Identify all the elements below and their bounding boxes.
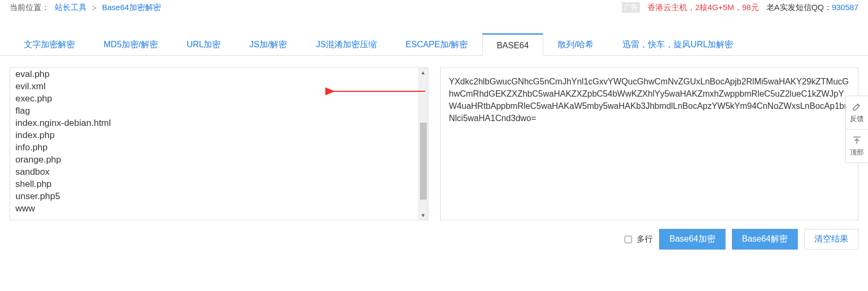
- clear-button[interactable]: 清空结果: [804, 229, 858, 250]
- tab-bar: 文字加密解密MD5加密/解密URL加密JS加/解密JS混淆加密压缩ESCAPE加…: [0, 32, 868, 56]
- tab-6[interactable]: BASE64: [482, 33, 543, 56]
- encode-button[interactable]: Base64加密: [659, 229, 725, 250]
- edit-icon: [852, 101, 862, 112]
- back-to-top-button[interactable]: 顶部: [846, 129, 868, 162]
- feedback-label: 反馈: [850, 114, 864, 124]
- ad-link[interactable]: 香港云主机，2核4G+5M，98元: [647, 3, 759, 13]
- tab-8[interactable]: 迅雷，快车，旋风URL加解密: [608, 32, 747, 56]
- breadcrumb-sep: >: [92, 3, 97, 12]
- scroll-up-button[interactable]: ▲: [419, 68, 428, 77]
- panes: eval.php evil.xml exec.php flag index.ng…: [0, 56, 868, 226]
- multiline-checkbox-label[interactable]: 多行: [622, 234, 653, 245]
- decode-button[interactable]: Base64解密: [732, 229, 798, 250]
- sms-label: 老A实发短信QQ：: [766, 3, 832, 12]
- breadcrumb: 当前位置： 站长工具 > Base64加密解密: [10, 3, 161, 13]
- tab-7[interactable]: 散列/哈希: [543, 32, 608, 56]
- button-row: 多行 Base64加密 Base64解密 清空结果: [0, 226, 868, 259]
- sms-qq-link[interactable]: 930587: [832, 3, 858, 12]
- breadcrumb-prefix: 当前位置：: [10, 3, 49, 13]
- input-text: YXdkc2hlbGwucGNhcG5nCmJhYnl1cGxvYWQucGhw…: [441, 68, 858, 220]
- tab-4[interactable]: JS混淆加密压缩: [301, 32, 391, 56]
- feedback-button[interactable]: 反馈: [846, 96, 868, 129]
- side-dock: 反馈 顶部: [845, 96, 868, 163]
- annotation-arrow: [325, 85, 426, 98]
- breadcrumb-home-link[interactable]: 站长工具: [55, 3, 87, 13]
- scroll-down-button[interactable]: ▼: [419, 211, 428, 220]
- tab-3[interactable]: JS加/解密: [235, 32, 301, 56]
- multiline-label: 多行: [637, 234, 653, 244]
- tab-0[interactable]: 文字加密解密: [10, 32, 89, 56]
- tab-2[interactable]: URL加密: [172, 32, 235, 56]
- scroll-thumb[interactable]: [420, 123, 427, 200]
- input-textarea[interactable]: YXdkc2hlbGwucGNhcG5nCmJhYnl1cGxvYWQucGhw…: [440, 67, 859, 220]
- sms-group: 老A实发短信QQ：930587: [766, 3, 858, 13]
- multiline-checkbox[interactable]: [625, 236, 632, 243]
- tab-5[interactable]: ESCAPE加/解密: [391, 32, 482, 56]
- ad-badge: 广告: [622, 2, 640, 13]
- breadcrumb-page-link[interactable]: Base64加密解密: [102, 3, 161, 13]
- tab-1[interactable]: MD5加密/解密: [89, 32, 172, 56]
- top-label: 顶部: [850, 148, 864, 157]
- top-icon: [852, 135, 862, 146]
- breadcrumb-bar: 当前位置： 站长工具 > Base64加密解密 广告 香港云主机，2核4G+5M…: [0, 0, 868, 20]
- ad-area: 广告 香港云主机，2核4G+5M，98元 老A实发短信QQ：930587: [622, 2, 858, 13]
